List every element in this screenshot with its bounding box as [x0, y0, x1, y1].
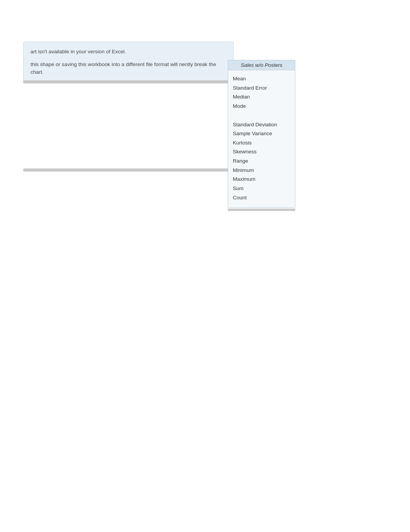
stats-body: Mean Standard Error Median Mode Standard…	[228, 70, 295, 208]
stats-median: Median	[233, 92, 290, 102]
stats-bottom-bar	[228, 209, 295, 211]
stats-group-2: Standard Deviation Sample Variance Kurto…	[233, 120, 290, 202]
notice-line2: this shape or saving this workbook into …	[30, 61, 226, 76]
stats-sample-variance: Sample Variance	[233, 129, 290, 138]
stats-minimum: Minimum	[233, 166, 290, 175]
stats-skewness: Skewness	[233, 147, 290, 156]
stats-group-1: Mean Standard Error Median Mode	[233, 74, 290, 111]
notice-box: art isn't available in your version of E…	[23, 42, 234, 83]
stats-standard-deviation: Standard Deviation	[233, 120, 290, 129]
notice-container: art isn't available in your version of E…	[23, 42, 234, 83]
stats-range: Range	[233, 156, 290, 166]
stats-sum: Sum	[233, 184, 290, 193]
stats-divider	[233, 116, 290, 120]
stats-mode: Mode	[233, 102, 290, 111]
stats-standard-error: Standard Error	[233, 83, 290, 93]
stats-header: Sales w/o Posters	[228, 60, 295, 70]
notice-bottom-bar	[23, 80, 234, 83]
stats-mean: Mean	[233, 74, 290, 83]
stats-panel: Sales w/o Posters Mean Standard Error Me…	[228, 60, 295, 211]
stats-maximum: Maximum	[233, 175, 290, 184]
main-bottom-bar	[23, 168, 234, 172]
stats-kurtosis: Kurtosis	[233, 138, 290, 148]
notice-line1: art isn't available in your version of E…	[30, 48, 226, 56]
stats-count: Count	[233, 193, 290, 202]
